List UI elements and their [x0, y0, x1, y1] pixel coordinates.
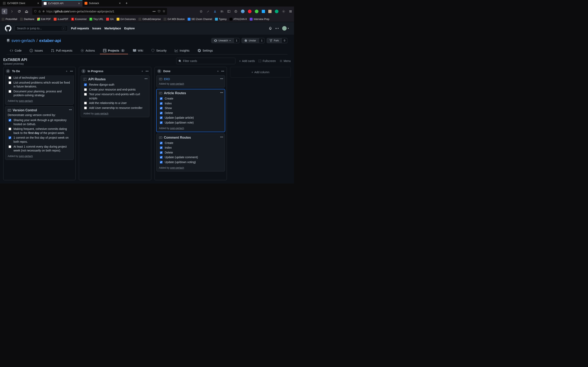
checkbox[interactable]	[84, 93, 87, 96]
checkbox[interactable]	[84, 102, 87, 104]
kebab-icon[interactable]: •••	[221, 69, 224, 73]
checkbox[interactable]	[160, 112, 163, 114]
card[interactable]: ••• Article Routes Create Index Show Del…	[156, 89, 225, 132]
new-tab-button[interactable]: +	[123, 0, 130, 7]
card[interactable]: ••• API Routes Review django-auth Create…	[81, 75, 149, 117]
lock-icon[interactable]	[38, 10, 41, 13]
bookmark[interactable]: GithubEnterprise	[138, 18, 161, 21]
checkbox[interactable]	[9, 76, 11, 79]
add-menu[interactable]: +▼	[275, 27, 279, 30]
bookmark-star-icon[interactable]	[163, 10, 165, 13]
card[interactable]: ••• Version Control Demonstrate using ve…	[5, 106, 74, 160]
bookmark[interactable]: iLovePDF	[54, 18, 68, 21]
checkbox[interactable]	[84, 107, 87, 109]
bookmark[interactable]: Interview Prep	[250, 18, 269, 21]
checkbox[interactable]	[84, 83, 87, 86]
page-actions-icon[interactable]: •••	[153, 10, 156, 13]
tab-actions[interactable]: Actions	[77, 47, 98, 54]
card[interactable]: ••• Comment Routes Create Index Delete U…	[156, 133, 225, 171]
browser-tab[interactable]: Substack ✕	[82, 0, 123, 7]
user-menu[interactable]: ▼	[282, 26, 289, 31]
account-icon[interactable]	[234, 9, 238, 13]
checkbox[interactable]	[9, 119, 11, 122]
fork-button[interactable]: Fork 0	[267, 38, 287, 43]
close-icon[interactable]: ✕	[37, 2, 40, 5]
checkbox[interactable]	[160, 107, 163, 109]
tab-pulls[interactable]: Pull requests	[48, 47, 76, 54]
bookmark[interactable]: GA WDI Boston	[164, 18, 185, 21]
nav-issues[interactable]: Issues	[92, 27, 101, 30]
github-logo-icon[interactable]	[5, 25, 11, 32]
bookmark[interactable]: Edit PDF	[37, 18, 51, 21]
checkbox[interactable]	[160, 121, 163, 124]
toolbar-icon[interactable]	[199, 9, 203, 13]
kebab-icon[interactable]: •••	[220, 77, 223, 80]
menu-button[interactable]: Menu	[279, 59, 291, 63]
checkbox[interactable]	[9, 136, 11, 139]
ext-icon[interactable]	[268, 10, 272, 13]
add-card-icon[interactable]: +	[141, 69, 143, 73]
kebab-icon[interactable]: •••	[145, 77, 148, 80]
toolbar-icon[interactable]	[206, 9, 210, 13]
menu-icon[interactable]	[289, 9, 292, 13]
bookmark[interactable]: ATHLEAN-X	[229, 18, 247, 21]
bookmark[interactable]: EEconomist	[71, 18, 86, 21]
kebab-icon[interactable]: •••	[69, 108, 72, 111]
ext-icon[interactable]	[262, 10, 265, 13]
browser-tab-active[interactable]: ExTABER API ✕	[42, 0, 82, 7]
add-card-icon[interactable]: +	[217, 69, 219, 73]
tab-security[interactable]: Security	[148, 47, 170, 54]
checkbox[interactable]	[160, 151, 163, 154]
tab-code[interactable]: Code	[7, 47, 25, 54]
ext-icon[interactable]	[248, 9, 251, 13]
reload-button[interactable]	[16, 8, 22, 14]
card[interactable]: ••• ERD Added by sven-gerlach	[156, 75, 225, 87]
add-column-button[interactable]: + Add column	[230, 67, 291, 77]
checkbox[interactable]	[160, 146, 163, 149]
bookmark[interactable]: Dashlane	[20, 18, 34, 21]
checkbox[interactable]	[160, 117, 163, 119]
repo-name-link[interactable]: extaber-api	[39, 38, 61, 43]
tab-issues[interactable]: Issues	[26, 47, 46, 54]
add-cards-button[interactable]: +Add cards	[239, 59, 255, 63]
tab-wiki[interactable]: Wiki	[130, 47, 146, 54]
checkbox[interactable]	[9, 145, 11, 148]
shield-icon[interactable]	[34, 10, 37, 13]
fullscreen-button[interactable]: Fullscreen	[259, 59, 276, 63]
bookmark[interactable]: TTiny URL	[89, 18, 104, 21]
library-icon[interactable]	[220, 9, 224, 13]
checkbox[interactable]	[160, 156, 163, 159]
checkbox[interactable]	[160, 161, 163, 164]
bookmark[interactable]: ProtonMail	[2, 18, 17, 21]
kebab-icon[interactable]: •••	[146, 69, 149, 73]
checkbox[interactable]	[160, 97, 163, 100]
tab-projects[interactable]: Projects1	[100, 47, 128, 54]
notifications-icon[interactable]	[269, 27, 272, 30]
checkbox[interactable]	[160, 102, 163, 105]
back-button[interactable]	[2, 8, 7, 14]
pocket-icon[interactable]	[158, 10, 160, 13]
settings-icon[interactable]	[282, 9, 285, 13]
kebab-icon[interactable]: •••	[220, 135, 223, 139]
kebab-icon[interactable]: •••	[220, 91, 223, 94]
checkbox[interactable]	[160, 142, 163, 144]
nav-marketplace[interactable]: Marketplace	[104, 27, 121, 30]
checkbox[interactable]	[9, 81, 11, 84]
bookmark[interactable]: SEI Zoom Channel	[188, 18, 212, 21]
bookmark[interactable]: Typesy	[215, 18, 227, 21]
repo-owner-link[interactable]: sven-gerlach	[11, 38, 35, 43]
close-icon[interactable]: ✕	[78, 2, 80, 5]
checkbox[interactable]	[9, 128, 11, 130]
nav-explore[interactable]: Explore	[124, 27, 135, 30]
url-bar[interactable]: ⚙ https://github.com/sven-gerlach/extabe…	[32, 8, 167, 15]
browser-tab[interactable]: ExTABER Client ✕	[1, 0, 42, 7]
filter-cards-input[interactable]: Filter cards	[176, 58, 235, 64]
bookmark[interactable]: GA Outcomes	[117, 18, 136, 21]
tab-insights[interactable]: Insights	[172, 47, 193, 54]
ext-icon[interactable]	[255, 9, 259, 13]
downloads-icon[interactable]	[213, 9, 217, 13]
nav-pulls[interactable]: Pull requests	[71, 27, 89, 30]
star-button[interactable]: Unstar 1	[242, 38, 265, 43]
ext-icon[interactable]	[275, 9, 278, 13]
checkbox[interactable]	[9, 90, 11, 93]
